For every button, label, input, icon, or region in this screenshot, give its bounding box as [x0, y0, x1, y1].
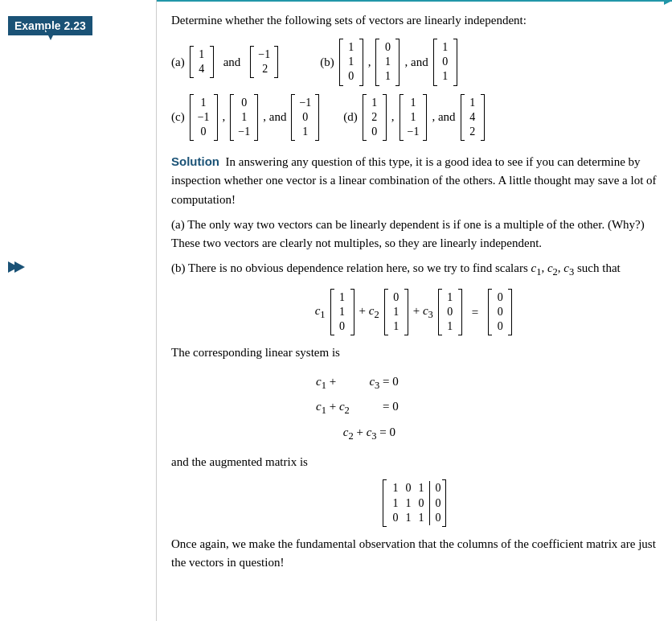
- part-c-and: , and: [263, 110, 286, 124]
- eq1-text: c1 + c3 = 0: [316, 371, 399, 395]
- vec-eq-v2: 0 1 1: [384, 289, 408, 336]
- main-content: Determine whether the following sets of …: [157, 0, 672, 621]
- vector-equation: c1 1 1 0 + c2 0 1 1 + c3 1 0 1 =: [171, 289, 658, 336]
- part-b: (b) 1 1 0 , 0 1 1 , and 1 0: [320, 39, 458, 86]
- part-a: (a) 1 4 and −1 2: [171, 46, 280, 78]
- eq1: c1 + c3 = 0: [316, 371, 658, 395]
- parts-cd-row: (c) 1 −1 0 , 0 1 −1 , and −1 0 1: [171, 94, 658, 142]
- part-d-and: , and: [432, 110, 455, 124]
- plus-c3: + c3: [413, 304, 433, 321]
- matrix-d1: 1 2 0: [363, 94, 387, 142]
- down-arrow: [45, 29, 56, 40]
- vec-eq-zero: 0 0 0: [488, 289, 512, 336]
- plus-c2: + c2: [359, 304, 379, 321]
- comma1: ,: [368, 56, 371, 69]
- conclusion: Once again, we make the fundamental obse…: [171, 535, 658, 573]
- eq2: c1 + c2 = 0: [316, 396, 658, 420]
- part-b-and: , and: [404, 56, 428, 69]
- part-a-text: (a) The only way two vectors can be line…: [171, 216, 658, 253]
- solution-word: Solution: [171, 154, 219, 168]
- sidebar: Example 2.23: [0, 0, 157, 621]
- comma-d1: ,: [391, 110, 395, 124]
- matrix-d3: 1 4 2: [461, 94, 485, 142]
- solution-intro-text: In answering any question of this type, …: [171, 155, 657, 206]
- top-arrow: [157, 0, 672, 10]
- sidebar-arrow-b: [8, 261, 26, 273]
- augmented-intro: and the augmented matrix is: [171, 453, 658, 471]
- part-a-and: and: [223, 56, 241, 69]
- eq2-text: c1 + c2 = 0: [316, 396, 399, 420]
- page-container: Example 2.23 Determine whether the follo…: [0, 0, 672, 621]
- part-b-intro: (b) There is no obvious dependence relat…: [171, 259, 658, 280]
- matrix-b2: 0 1 1: [375, 39, 400, 86]
- part-b-inner: (b) 1 1 0 , 0 1 1 , and 1 0: [320, 39, 458, 86]
- matrix-c3: −1 0 1: [291, 94, 319, 142]
- part-d: (d) 1 2 0 , 1 1 −1 , and 1 4 2: [343, 94, 486, 142]
- equals-sign: =: [472, 306, 478, 319]
- parts-ab-row: (a) 1 4 and −1 2 (b) 1: [171, 39, 658, 86]
- problem-statement: Determine whether the following sets of …: [171, 12, 658, 29]
- part-b-label: (b): [320, 56, 334, 69]
- solution-section: Solution In answering any question of th…: [171, 152, 658, 572]
- vec-eq-v1: 1 1 0: [330, 289, 354, 336]
- c1-coeff: c1: [315, 304, 326, 321]
- comma-c1: ,: [223, 110, 226, 124]
- matrix-b3: 1 0 1: [433, 39, 457, 86]
- linear-system-intro: The corresponding linear system is: [171, 343, 658, 362]
- vec-eq-v3: 1 0 1: [438, 289, 462, 336]
- part-c-label: (c): [171, 110, 185, 124]
- part-c: (c) 1 −1 0 , 0 1 −1 , and −1 0 1: [171, 94, 321, 142]
- eq3: c2 + c3 = 0: [316, 422, 658, 446]
- matrix-a1: 1 4: [190, 46, 214, 78]
- part-d-label: (d): [343, 110, 358, 124]
- augmented-matrix: 1 0 1 0 1 1 0 0 0 1: [383, 479, 446, 527]
- matrix-d2: 1 1 −1: [400, 94, 428, 142]
- part-a-label: (a): [171, 56, 185, 69]
- matrix-b1: 1 1 0: [339, 39, 363, 86]
- augmented-matrix-block: 1 0 1 0 1 1 0 0 0 1: [171, 479, 658, 527]
- solution-intro: Solution In answering any question of th…: [171, 152, 658, 209]
- eq3-text: c2 + c3 = 0: [316, 422, 395, 446]
- matrix-c1: 1 −1 0: [190, 94, 218, 142]
- equation-system: c1 + c3 = 0 c1 + c2 = 0 c2 + c3 = 0: [316, 371, 658, 446]
- matrix-c2: 0 1 −1: [230, 94, 258, 142]
- matrix-a2: −1 2: [250, 46, 278, 78]
